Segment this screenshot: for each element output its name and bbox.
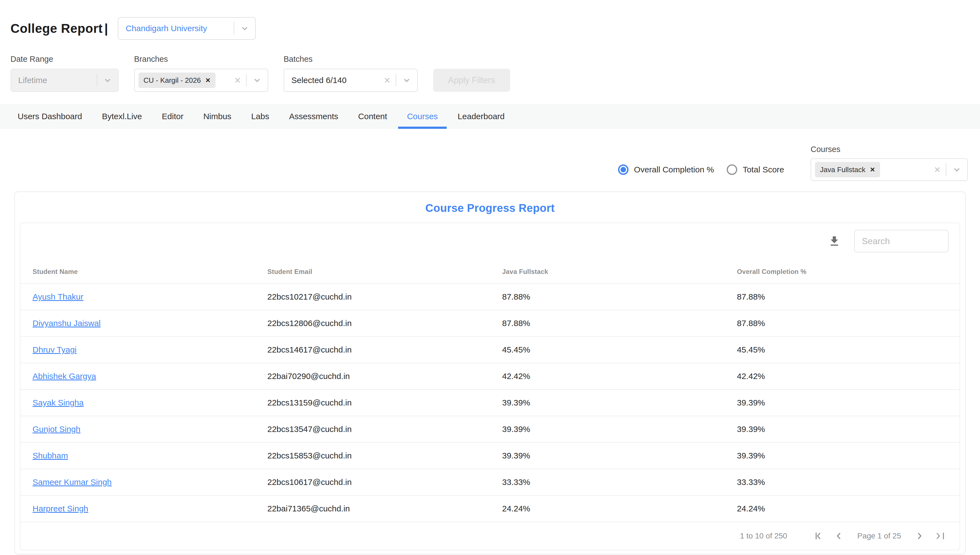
- table-cell: Sayak Singha: [21, 398, 255, 407]
- tab-bar: Users DashboardBytexl.LiveEditorNimbusLa…: [0, 104, 980, 129]
- column-header-student-email: Student Email: [255, 268, 490, 276]
- column-header-overall-completion: Overall Completion %: [725, 268, 959, 276]
- student-name-link[interactable]: Sayak Singha: [32, 398, 83, 407]
- cell-email: 22bcs15853@cuchd.in: [267, 451, 352, 460]
- next-page-icon[interactable]: [913, 529, 926, 542]
- branch-chip-label: CU - Kargil - 2026: [143, 76, 201, 85]
- batches-select[interactable]: Selected 6/140 ✕: [284, 69, 418, 92]
- tab-label: Assessments: [289, 112, 338, 121]
- table-cell: 45.45%: [490, 345, 725, 354]
- tab-assessments[interactable]: Assessments: [279, 104, 348, 129]
- tab-users-dashboard[interactable]: Users Dashboard: [8, 104, 92, 129]
- chevron-down-icon[interactable]: [946, 165, 967, 175]
- cell-email: 22bai70290@cuchd.in: [267, 372, 350, 381]
- tab-label: Nimbus: [203, 112, 231, 121]
- tab-label: Leaderboard: [458, 112, 505, 121]
- student-name-link[interactable]: Shubham: [32, 451, 68, 460]
- previous-page-icon[interactable]: [832, 529, 845, 542]
- tab-content[interactable]: Content: [348, 104, 397, 129]
- apply-filters-button[interactable]: Apply Filters: [433, 69, 510, 92]
- student-name-link[interactable]: Abhishek Gargya: [32, 372, 96, 381]
- table-cell: 22bcs10217@cuchd.in: [255, 292, 490, 302]
- table-row: Sayak Singha22bcs13159@cuchd.in39.39%39.…: [21, 389, 959, 416]
- table-row: Abhishek Gargya22bai70290@cuchd.in42.42%…: [21, 363, 959, 389]
- last-page-icon[interactable]: [933, 529, 946, 542]
- batches-clear-icon[interactable]: ✕: [378, 75, 391, 85]
- title-separator: |: [104, 21, 108, 35]
- cell-java-fullstack: 87.88%: [502, 319, 530, 328]
- filters-row: Date Range Lifetime Branches CU - Kargil…: [0, 55, 980, 92]
- table-cell: 39.39%: [725, 425, 959, 434]
- view-controls: Overall Completion % Total Score Courses…: [0, 145, 980, 181]
- cell-java-fullstack: 39.39%: [502, 451, 530, 460]
- cell-java-fullstack: 33.33%: [502, 478, 530, 487]
- date-range-label: Date Range: [11, 55, 119, 64]
- tab-bytexl-live[interactable]: Bytexl.Live: [92, 104, 152, 129]
- pagination-page: Page 1 of 25: [857, 531, 901, 541]
- branch-chip: CU - Kargil - 2026 ✕: [138, 72, 215, 88]
- student-name-link[interactable]: Ayush Thakur: [32, 292, 83, 301]
- cell-java-fullstack: 39.39%: [502, 398, 530, 407]
- table-cell: 87.88%: [725, 292, 959, 302]
- radio-label: Overall Completion %: [634, 165, 714, 174]
- cell-email: 22bcs10617@cuchd.in: [267, 478, 352, 487]
- table-cell: 87.88%: [490, 319, 725, 328]
- cell-overall-completion: 39.39%: [737, 425, 765, 434]
- student-name-link[interactable]: Gunjot Singh: [32, 425, 80, 434]
- branches-clear-icon[interactable]: ✕: [229, 75, 241, 85]
- table-cell: 22bcs13159@cuchd.in: [255, 398, 490, 407]
- branches-filter: Branches CU - Kargil - 2026 ✕ ✕: [134, 55, 268, 92]
- table-cell: 33.33%: [490, 478, 725, 487]
- student-name-link[interactable]: Harpreet Singh: [32, 504, 88, 513]
- page-header: College Report | Chandigarh University: [0, 0, 980, 40]
- student-name-link[interactable]: Divyanshu Jaiswal: [32, 319, 101, 328]
- chevron-down-icon[interactable]: [396, 75, 417, 85]
- cell-overall-completion: 87.88%: [737, 319, 765, 328]
- table-cell: Shubham: [21, 451, 255, 460]
- table-cell: Gunjot Singh: [21, 425, 255, 434]
- table-cell: 24.24%: [725, 504, 959, 513]
- student-name-link[interactable]: Sameer Kumar Singh: [32, 478, 112, 487]
- courses-filter: Courses Java Fullstack ✕ ✕: [811, 145, 968, 181]
- courses-label: Courses: [811, 145, 968, 154]
- radio-overall-completion[interactable]: Overall Completion %: [618, 164, 714, 175]
- table-cell: 42.42%: [725, 372, 959, 381]
- table-cell: 42.42%: [490, 372, 725, 381]
- download-icon[interactable]: [827, 234, 842, 248]
- chevron-down-icon[interactable]: [247, 75, 268, 85]
- radio-total-score[interactable]: Total Score: [727, 164, 784, 175]
- first-page-icon[interactable]: [812, 529, 824, 542]
- table-row: Dhruv Tyagi22bcs14617@cuchd.in45.45%45.4…: [21, 336, 959, 363]
- chevron-down-icon[interactable]: [97, 75, 118, 85]
- table-cell: Divyanshu Jaiswal: [21, 319, 255, 328]
- cell-email: 22bcs13159@cuchd.in: [267, 398, 352, 407]
- tab-label: Editor: [162, 112, 183, 121]
- tab-editor[interactable]: Editor: [152, 104, 193, 129]
- date-range-filter: Date Range Lifetime: [11, 55, 119, 92]
- cell-java-fullstack: 39.39%: [502, 425, 530, 434]
- branch-chip-remove-icon[interactable]: ✕: [205, 77, 210, 84]
- date-range-value: Lifetime: [11, 75, 91, 85]
- batches-label: Batches: [284, 55, 418, 64]
- university-select[interactable]: Chandigarh University: [118, 17, 256, 40]
- tab-nimbus[interactable]: Nimbus: [193, 104, 241, 129]
- report-card: Course Progress Report Student Name Stud…: [14, 191, 966, 555]
- table-cell: 39.39%: [725, 398, 959, 407]
- tab-leaderboard[interactable]: Leaderboard: [448, 104, 515, 129]
- radio-icon: [618, 164, 629, 175]
- cell-overall-completion: 33.33%: [737, 478, 765, 487]
- date-range-select[interactable]: Lifetime: [11, 69, 119, 92]
- tab-label: Content: [358, 112, 387, 121]
- tab-courses[interactable]: Courses: [397, 104, 448, 129]
- courses-select[interactable]: Java Fullstack ✕ ✕: [811, 158, 968, 181]
- student-name-link[interactable]: Dhruv Tyagi: [32, 345, 77, 354]
- table-cell: Dhruv Tyagi: [21, 345, 255, 354]
- search-input[interactable]: [854, 230, 948, 252]
- courses-clear-icon[interactable]: ✕: [929, 165, 941, 175]
- branches-select[interactable]: CU - Kargil - 2026 ✕ ✕: [134, 69, 268, 92]
- chevron-down-icon[interactable]: [234, 24, 255, 34]
- page-title: College Report: [11, 21, 103, 35]
- table-cell: 22bcs12806@cuchd.in: [255, 319, 490, 328]
- tab-labs[interactable]: Labs: [241, 104, 279, 129]
- course-chip-remove-icon[interactable]: ✕: [870, 166, 875, 173]
